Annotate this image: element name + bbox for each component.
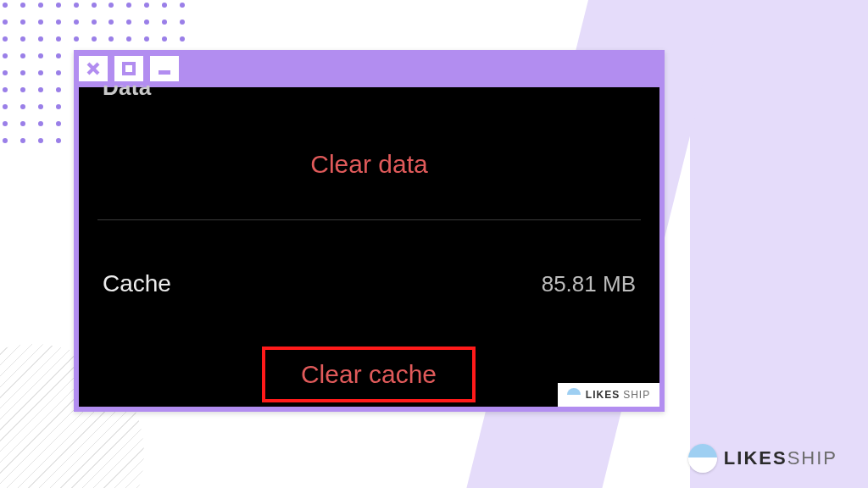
watermark-small: LIKESSHIP bbox=[558, 383, 659, 407]
cache-row: Cache 85.81 MB bbox=[103, 270, 636, 297]
clear-data-button[interactable]: Clear data bbox=[79, 150, 659, 179]
minimize-icon bbox=[157, 61, 172, 76]
browser-window: Data Clear data Cache 85.81 MB Clear cac… bbox=[74, 50, 665, 412]
data-row-label-cropped: Data bbox=[103, 86, 152, 97]
brand-text-part1: LIKES bbox=[724, 447, 787, 469]
brand-text-part2: SHIP bbox=[787, 447, 837, 469]
brand-logo-icon bbox=[688, 444, 717, 473]
maximize-icon bbox=[121, 61, 136, 76]
cache-label: Cache bbox=[103, 270, 171, 297]
brand-text-part1: LIKES bbox=[586, 389, 620, 401]
brand-logo-icon bbox=[567, 388, 581, 402]
app-storage-screen: Data Clear data Cache 85.81 MB Clear cac… bbox=[79, 87, 659, 407]
window-titlebar bbox=[74, 50, 665, 87]
svg-rect-2 bbox=[124, 64, 134, 74]
minimize-button[interactable] bbox=[150, 56, 179, 81]
close-icon bbox=[86, 61, 101, 76]
svg-rect-3 bbox=[159, 70, 170, 75]
brand-text-part2: SHIP bbox=[623, 389, 650, 401]
close-button[interactable] bbox=[79, 56, 108, 81]
section-divider bbox=[97, 219, 641, 220]
clear-cache-highlight-box: Clear cache bbox=[262, 347, 476, 402]
clear-cache-button[interactable]: Clear cache bbox=[301, 360, 437, 389]
brand-logo-large: LIKESSHIP bbox=[688, 444, 837, 473]
maximize-button[interactable] bbox=[114, 56, 143, 81]
background-slab bbox=[690, 0, 868, 488]
cache-size-value: 85.81 MB bbox=[542, 271, 636, 297]
